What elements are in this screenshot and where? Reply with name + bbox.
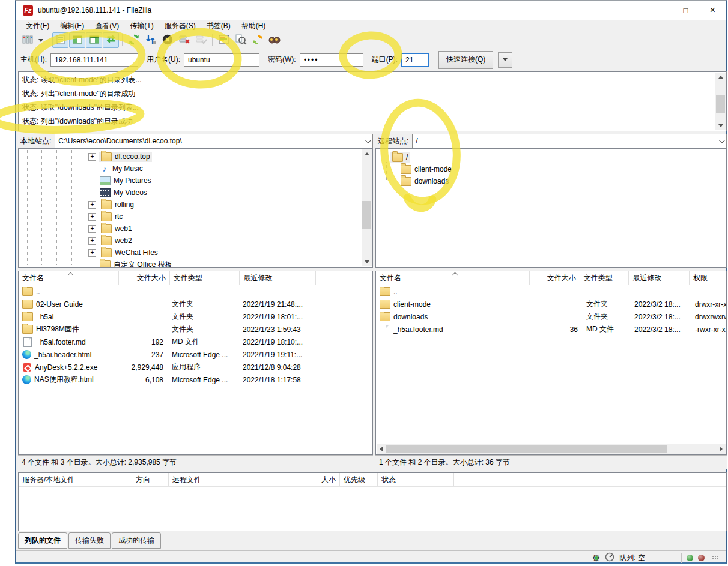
scroll-up-icon[interactable]: [362, 149, 372, 158]
queue-column-header[interactable]: 优先级: [340, 473, 378, 486]
sync-browse-button[interactable]: [249, 32, 265, 48]
tree-item[interactable]: +rtc: [19, 211, 372, 223]
menu-item[interactable]: 查看(V): [89, 20, 124, 32]
column-header[interactable]: 文件类型: [170, 271, 240, 285]
tree-item[interactable]: +rolling: [19, 199, 372, 211]
queue-column-header[interactable]: 远程文件: [169, 473, 306, 486]
remote-site-combobox[interactable]: /: [412, 134, 727, 148]
tab-failed-transfers[interactable]: 传输失败: [68, 532, 111, 549]
menu-item[interactable]: 传输(T): [124, 20, 159, 32]
menu-item[interactable]: 帮助(H): [236, 20, 271, 32]
file-row[interactable]: ..: [376, 285, 726, 298]
column-header[interactable]: 最近修改: [240, 271, 315, 285]
local-site-combobox[interactable]: C:\Users\ecoo\Documents\dl.ecoo.top\: [55, 134, 373, 148]
file-row[interactable]: _h5ai.footer.md192MD 文件2022/1/19 18:10:.…: [19, 336, 372, 348]
scroll-down-icon[interactable]: [362, 257, 372, 266]
find-files-button[interactable]: [266, 32, 282, 48]
close-button[interactable]: ×: [699, 1, 726, 20]
column-header[interactable]: 权限: [690, 271, 726, 285]
tab-queued-files[interactable]: 列队的文件: [18, 532, 67, 549]
remote-file-list: 文件名文件大小文件类型最近修改权限 ..client-mode文件夹2022/3…: [375, 271, 727, 455]
tree-item[interactable]: My Videos: [19, 187, 372, 199]
queue-column-header[interactable]: 大小: [306, 473, 340, 486]
tree-item[interactable]: downloads: [376, 175, 726, 187]
menu-item[interactable]: 编辑(E): [55, 20, 89, 32]
column-header[interactable]: [316, 271, 372, 285]
resize-grip[interactable]: [712, 555, 718, 561]
reconnect-button[interactable]: [193, 32, 209, 48]
username-input[interactable]: [184, 53, 259, 67]
column-header[interactable]: 文件大小: [530, 271, 580, 285]
tree-item[interactable]: +dl.ecoo.top: [19, 151, 372, 163]
menu-item[interactable]: 书签(B): [201, 20, 236, 32]
scroll-up-icon[interactable]: [715, 73, 726, 82]
cancel-button[interactable]: [159, 32, 175, 48]
scroll-right-icon[interactable]: [717, 444, 726, 454]
tab-successful-transfers[interactable]: 成功的传输: [112, 532, 161, 549]
tree-item[interactable]: My Pictures: [19, 175, 372, 187]
toggle-remote-tree-button[interactable]: [86, 32, 102, 48]
refresh-button[interactable]: [126, 32, 142, 48]
file-row[interactable]: _h5ai文件夹2022/1/19 18:01:...: [19, 310, 372, 323]
folder-icon: [380, 312, 390, 321]
toggle-log-button[interactable]: [52, 32, 68, 48]
tree-item-content: ♪My Music: [98, 164, 145, 173]
column-header[interactable]: 文件名: [19, 271, 119, 285]
tree-item[interactable]: ♪My Music: [19, 163, 372, 175]
scroll-left-icon[interactable]: [377, 444, 386, 454]
column-header[interactable]: 最近修改: [629, 271, 690, 285]
filter-button[interactable]: [216, 32, 232, 48]
tree-item[interactable]: −/: [376, 151, 726, 163]
file-row[interactable]: NAS使用教程.html6,108Microsoft Edge ...2022/…: [19, 373, 372, 386]
tree-item-content: My Videos: [98, 188, 149, 198]
host-input[interactable]: [50, 53, 138, 67]
process-queue-button[interactable]: [142, 32, 159, 48]
compare-button[interactable]: [232, 32, 249, 48]
queue-column-header[interactable]: 方向: [132, 473, 169, 486]
column-header[interactable]: 文件名: [376, 271, 530, 285]
folder-icon: [22, 287, 33, 296]
file-row[interactable]: Hi3798M固件文件夹2022/1/23 1:59:43: [19, 323, 372, 336]
menu-item[interactable]: 文件(F): [20, 20, 55, 32]
log-scrollbar[interactable]: [715, 73, 726, 130]
file-row[interactable]: client-mode文件夹2022/3/2 18:...drwxr-xr-x: [376, 298, 726, 310]
file-row[interactable]: 02-User Guide文件夹2022/1/19 21:48:...: [19, 298, 372, 310]
site-manager-dropdown[interactable]: [36, 32, 46, 48]
quickconnect-button[interactable]: 快速连接(Q): [438, 51, 493, 69]
scroll-down-icon[interactable]: [715, 121, 726, 130]
scrollbar-thumb[interactable]: [386, 445, 667, 453]
scrollbar-thumb[interactable]: [716, 95, 725, 113]
site-manager-button[interactable]: [19, 32, 35, 48]
password-input[interactable]: [300, 53, 363, 67]
local-tree-scrollbar[interactable]: [362, 149, 372, 266]
tree-item[interactable]: +web2: [19, 235, 372, 247]
minimize-button[interactable]: —: [645, 1, 672, 20]
file-row[interactable]: downloads文件夹2022/3/2 18:...drwxrwxrwx: [376, 310, 726, 323]
file-icon: [381, 325, 389, 334]
gear-icon[interactable]: ⚙: [592, 553, 600, 562]
remote-list-hscrollbar[interactable]: [377, 444, 726, 454]
disconnect-button[interactable]: [176, 32, 192, 48]
quickconnect-dropdown[interactable]: [498, 52, 512, 68]
queue-column-header[interactable]: 服务器/本地文件: [19, 473, 132, 486]
menu-item[interactable]: 服务器(S): [159, 20, 201, 32]
tree-item[interactable]: +WeChat Files: [19, 247, 372, 259]
file-row[interactable]: ..: [19, 285, 372, 298]
toggle-log-icon: [55, 34, 66, 47]
tree-item[interactable]: client-mode: [376, 163, 726, 175]
toggle-local-tree-button[interactable]: [69, 32, 85, 48]
file-row[interactable]: _h5ai.header.html237Microsoft Edge ...20…: [19, 348, 372, 361]
scrollbar-thumb[interactable]: [362, 201, 371, 229]
column-header[interactable]: 文件类型: [580, 271, 629, 285]
queue-column-header[interactable]: 状态: [378, 473, 454, 486]
file-row[interactable]: _h5ai.footer.md36MD 文件2022/3/2 18:...-rw…: [376, 323, 726, 336]
port-input[interactable]: [401, 53, 429, 67]
toggle-queue-button[interactable]: [103, 32, 119, 48]
maximize-button[interactable]: □: [672, 1, 699, 20]
column-header[interactable]: 文件大小: [119, 271, 170, 285]
tree-item[interactable]: 自定义 Office 模板: [19, 259, 372, 268]
speed-gauge-icon[interactable]: [605, 552, 614, 564]
tree-item[interactable]: +web1: [19, 223, 372, 235]
filezilla-window: Fz ubuntu@192.168.111.141 - FileZilla — …: [15, 0, 727, 564]
file-row[interactable]: AnyDesk+5.2.2.exe2,929,448应用程序2021/12/8 …: [19, 361, 372, 373]
